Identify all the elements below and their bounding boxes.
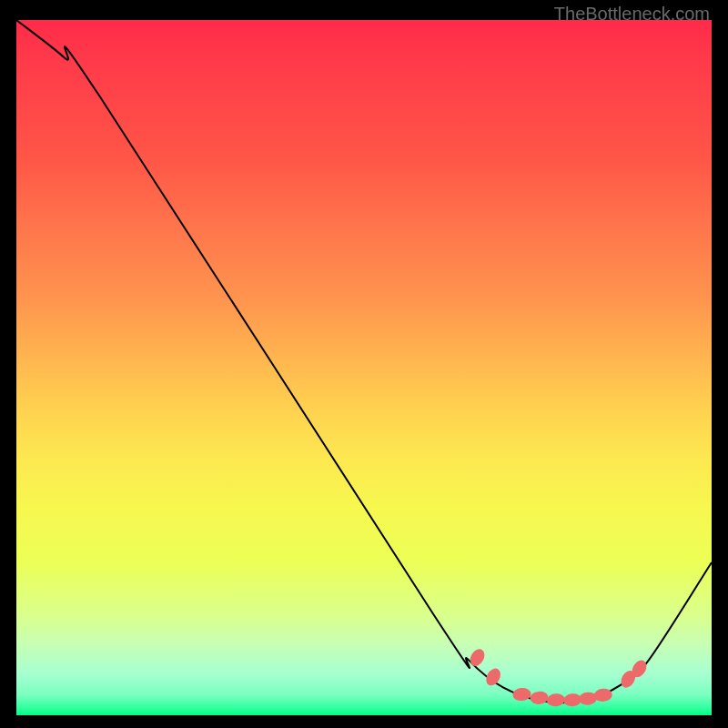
data-marker [546,693,565,707]
data-marker [467,646,487,668]
bottleneck-curve [16,20,712,703]
chart-svg [16,20,712,715]
watermark-text: TheBottleneck.com [554,4,710,25]
curve-layer [16,20,712,703]
markers-layer [467,646,649,707]
plot-area [16,20,712,715]
data-marker [530,691,549,705]
data-marker [512,687,531,702]
chart-container: TheBottleneck.com [0,0,728,728]
